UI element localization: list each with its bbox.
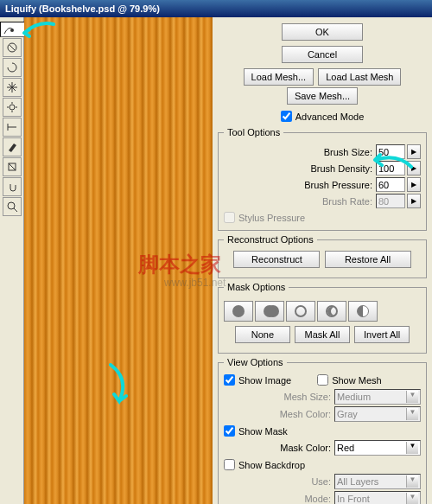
mask-invert-icon[interactable] bbox=[348, 301, 378, 322]
load-mesh-button[interactable]: Load Mesh... bbox=[244, 68, 314, 86]
ok-button[interactable]: OK bbox=[282, 23, 363, 41]
view-options-legend: View Options bbox=[224, 357, 287, 367]
cancel-button[interactable]: Cancel bbox=[282, 46, 363, 63]
tool-options-group: Tool Options Brush Size:▶ Brush Density:… bbox=[218, 127, 427, 231]
mode-label: Mode: bbox=[304, 494, 331, 504]
brush-density-label: Brush Density: bbox=[310, 163, 372, 174]
mask-all-button[interactable]: Mask All bbox=[295, 326, 350, 343]
brush-size-label: Brush Size: bbox=[324, 147, 372, 157]
brush-density-input[interactable] bbox=[376, 161, 405, 175]
mesh-color-select: Gray▼ bbox=[334, 406, 421, 422]
brush-pressure-label: Brush Pressure: bbox=[304, 180, 372, 190]
show-image-checkbox[interactable]: Show Image bbox=[224, 374, 291, 386]
brush-size-spinner[interactable]: ▶ bbox=[407, 144, 421, 159]
svg-point-2 bbox=[10, 105, 15, 110]
svg-point-0 bbox=[10, 29, 14, 32]
brush-rate-input bbox=[376, 194, 405, 208]
show-mask-checkbox[interactable]: Show Mask bbox=[224, 425, 288, 437]
invert-all-button[interactable]: Invert All bbox=[354, 326, 410, 343]
reconstruct-legend: Reconstruct Options bbox=[224, 234, 317, 245]
mesh-size-select: Medium▼ bbox=[334, 389, 421, 405]
reconstruct-options-group: Reconstruct Options Reconstruct Restore … bbox=[218, 234, 427, 278]
freeze-mask-tool[interactable] bbox=[3, 137, 22, 156]
tool-options-legend: Tool Options bbox=[224, 127, 283, 137]
bloat-tool[interactable] bbox=[3, 98, 22, 117]
mask-options-legend: Mask Options bbox=[224, 282, 289, 292]
mask-color-select[interactable]: Red▼ bbox=[334, 440, 421, 456]
mask-color-label: Mask Color: bbox=[280, 443, 331, 453]
brush-pressure-input[interactable] bbox=[376, 177, 405, 192]
stylus-pressure-checkbox: Stylus Pressure bbox=[224, 212, 305, 223]
svg-point-4 bbox=[8, 202, 15, 209]
mask-subtract-icon[interactable] bbox=[286, 301, 315, 322]
pucker-tool[interactable] bbox=[3, 78, 22, 97]
brush-rate-label: Brush Rate: bbox=[322, 196, 372, 207]
mask-options-group: Mask Options None Mask All Invert All bbox=[218, 282, 427, 354]
options-panel: OK Cancel Load Mesh... Load Last Mesh Sa… bbox=[213, 17, 432, 504]
mesh-size-label: Mesh Size: bbox=[284, 392, 331, 402]
save-mesh-button[interactable]: Save Mesh... bbox=[287, 87, 358, 105]
brush-rate-spinner[interactable]: ▶ bbox=[407, 194, 421, 208]
mask-none-button[interactable]: None bbox=[235, 326, 290, 343]
show-mesh-checkbox[interactable]: Show Mesh bbox=[317, 374, 381, 386]
advanced-mode-checkbox[interactable]: Advanced Mode bbox=[281, 111, 365, 122]
push-left-tool[interactable] bbox=[3, 118, 22, 137]
brush-size-input[interactable] bbox=[376, 144, 405, 159]
window-titlebar: Liquify (Bookshelve.psd @ 79.9%) bbox=[0, 0, 432, 17]
load-last-mesh-button[interactable]: Load Last Mesh bbox=[318, 68, 401, 86]
reconstruct-button[interactable]: Reconstruct bbox=[233, 251, 320, 268]
twirl-tool[interactable] bbox=[3, 58, 22, 77]
hand-tool[interactable] bbox=[3, 177, 22, 196]
brush-pressure-spinner[interactable]: ▶ bbox=[407, 177, 421, 192]
tool-strip bbox=[0, 17, 24, 504]
use-select: All Layers▼ bbox=[334, 474, 421, 489]
mask-add-icon[interactable] bbox=[255, 301, 284, 322]
mesh-color-label: Mesh Color: bbox=[280, 409, 331, 419]
restore-all-button[interactable]: Restore All bbox=[325, 251, 411, 268]
zoom-tool[interactable] bbox=[3, 197, 22, 216]
mask-intersect-icon[interactable] bbox=[317, 301, 346, 322]
reconstruct-tool[interactable] bbox=[3, 38, 22, 57]
show-backdrop-checkbox[interactable]: Show Backdrop bbox=[224, 459, 305, 470]
view-options-group: View Options Show Image Show Mesh Mesh S… bbox=[218, 357, 427, 504]
brush-density-spinner[interactable]: ▶ bbox=[407, 161, 421, 175]
preview-canvas[interactable] bbox=[24, 17, 213, 504]
thaw-mask-tool[interactable] bbox=[3, 157, 22, 176]
document-image bbox=[24, 17, 213, 504]
mode-select: In Front▼ bbox=[334, 491, 421, 504]
mask-replace-icon[interactable] bbox=[224, 301, 253, 322]
use-label: Use: bbox=[311, 476, 331, 487]
